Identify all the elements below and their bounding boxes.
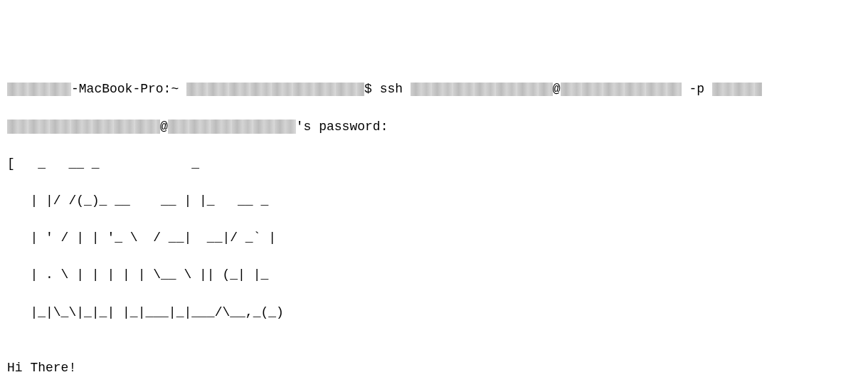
redacted-localusername <box>186 83 364 97</box>
at-symbol-2: @ <box>160 120 168 134</box>
local-host-prefix: -MacBook-Pro:~ <box>71 82 186 96</box>
ascii-art-line: [ _ __ _ _ <box>7 154 861 173</box>
ascii-art-line: | ' / | | '_ \ / __| __|/ _` | <box>7 228 861 247</box>
welcome-line: Hi There! <box>7 359 861 377</box>
redacted-remote-host <box>168 120 296 134</box>
ascii-art-line: |_|\_\|_|_| |_|___|_|___/\__,_(_) <box>7 303 861 322</box>
ssh-command-prefix: $ ssh <box>364 82 411 96</box>
password-prompt-label: 's password: <box>296 120 388 134</box>
redacted-ssh-host <box>561 83 682 97</box>
redacted-ssh-user <box>411 83 553 97</box>
ssh-port-flag: -p <box>682 82 712 96</box>
ascii-art-line: | . \ | | | | | \__ \ || (_| |_ <box>7 265 861 284</box>
redacted-localuser <box>7 83 71 97</box>
at-symbol: @ <box>553 82 561 96</box>
terminal-line-2: @'s password: <box>7 117 861 136</box>
redacted-ssh-port <box>712 83 762 97</box>
terminal-line-1: -MacBook-Pro:~ $ ssh @ -p <box>7 80 861 98</box>
ascii-art-line: | |/ /(_)_ __ __ | |_ __ _ <box>7 191 861 210</box>
redacted-remote-user <box>7 120 160 134</box>
